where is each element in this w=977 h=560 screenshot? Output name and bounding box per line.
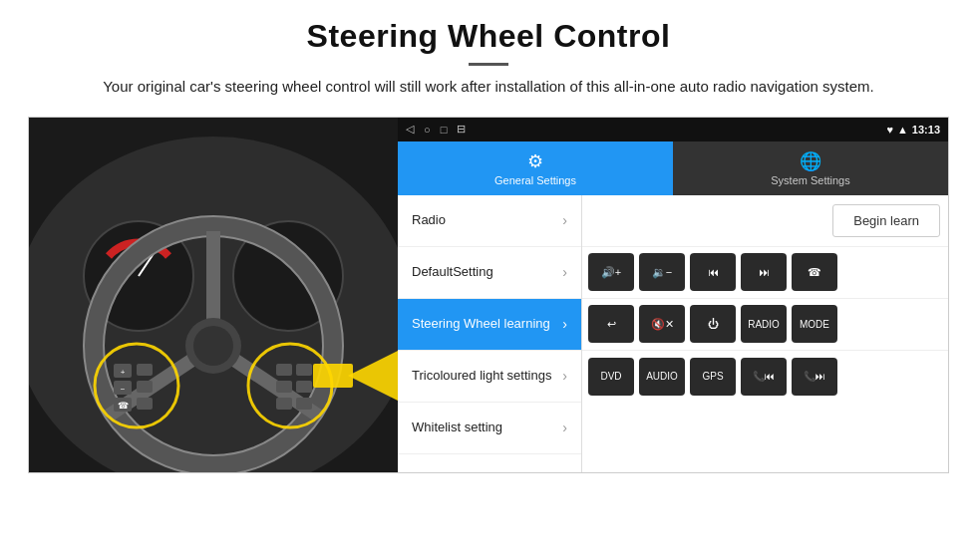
controls-panel: Begin learn 🔊+ 🔉− ⏮ ⏭ xyxy=(582,195,948,472)
svg-rect-26 xyxy=(296,364,312,376)
power-button[interactable]: ⏻ xyxy=(690,305,736,343)
svg-rect-27 xyxy=(296,381,312,393)
vol-up-icon: 🔊+ xyxy=(601,266,621,279)
svg-rect-23 xyxy=(276,364,292,376)
clock: 13:13 xyxy=(912,124,940,136)
menu-list: Radio › DefaultSetting › Steering Wheel … xyxy=(398,195,582,472)
hangup-icon: ↩ xyxy=(607,318,616,331)
menu-item-radio-label: Radio xyxy=(412,212,562,228)
content-area: + − ☎ ◁ xyxy=(28,117,949,473)
mute-icon: 🔇✕ xyxy=(651,318,674,331)
phone-icon: ☎ xyxy=(808,266,821,279)
status-bar-right: ♥ ▲ 13:13 xyxy=(886,124,940,136)
menu-item-default-label: DefaultSetting xyxy=(412,264,562,280)
chevron-icon: › xyxy=(562,264,567,280)
system-settings-icon: 🌐 xyxy=(800,150,821,172)
tab-system-label: System Settings xyxy=(771,174,849,186)
svg-rect-28 xyxy=(296,398,312,410)
steering-wheel-image: + − ☎ xyxy=(29,118,398,472)
tab-bar: ⚙ General Settings 🌐 System Settings xyxy=(398,141,948,195)
gps-button[interactable]: GPS xyxy=(690,358,736,396)
menu-item-tricoloured-label: Tricoloured light settings xyxy=(412,368,562,384)
status-bar: ◁ ○ □ ⊟ ♥ ▲ 13:13 xyxy=(398,118,948,141)
phone-button[interactable]: ☎ xyxy=(792,253,837,291)
begin-learn-button[interactable]: Begin learn xyxy=(832,204,940,237)
tel-next-icon: 📞⏭ xyxy=(804,371,825,382)
signal-icon: ▲ xyxy=(897,124,908,136)
svg-text:−: − xyxy=(121,385,126,394)
tab-general-settings[interactable]: ⚙ General Settings xyxy=(398,141,673,195)
screenshot-icon[interactable]: ⊟ xyxy=(457,123,466,136)
menu-item-steering[interactable]: Steering Wheel learning › xyxy=(398,299,581,351)
mode-button[interactable]: MODE xyxy=(792,305,837,343)
ctrl-row-2: ↩ 🔇✕ ⏻ RADIO MODE xyxy=(582,299,948,351)
menu-item-steering-label: Steering Wheel learning xyxy=(412,316,562,332)
mute-button[interactable]: 🔇✕ xyxy=(639,305,685,343)
ctrl-row-1: 🔊+ 🔉− ⏮ ⏭ ☎ xyxy=(582,247,948,299)
vol-down-icon: 🔉− xyxy=(652,266,672,279)
menu-item-whitelist[interactable]: Whitelist setting › xyxy=(398,403,581,454)
page-subtitle: Your original car's steering wheel contr… xyxy=(80,76,897,99)
ctrl-row-top: Begin learn xyxy=(582,195,948,247)
tab-general-label: General Settings xyxy=(494,174,576,186)
tel-next-button[interactable]: 📞⏭ xyxy=(792,358,837,396)
chevron-icon: › xyxy=(562,368,567,384)
svg-text:+: + xyxy=(121,368,126,377)
audio-button[interactable]: AUDIO xyxy=(639,358,685,396)
menu-item-default[interactable]: DefaultSetting › xyxy=(398,247,581,299)
page-title: Steering Wheel Control xyxy=(40,18,937,55)
tablet-ui: ◁ ○ □ ⊟ ♥ ▲ 13:13 ⚙ General Settings 🌐 S… xyxy=(398,118,948,472)
back-icon[interactable]: ◁ xyxy=(406,123,414,136)
svg-rect-20 xyxy=(137,381,153,393)
chevron-icon: › xyxy=(562,316,567,332)
vol-up-button[interactable]: 🔊+ xyxy=(588,253,634,291)
wifi-icon: ♥ xyxy=(886,124,893,136)
dvd-button[interactable]: DVD xyxy=(588,358,634,396)
nav-icons: ◁ ○ □ ⊟ xyxy=(406,123,466,136)
svg-point-11 xyxy=(193,326,233,366)
svg-rect-24 xyxy=(276,381,292,393)
next-button[interactable]: ⏭ xyxy=(741,253,787,291)
main-area: Radio › DefaultSetting › Steering Wheel … xyxy=(398,195,948,472)
title-divider xyxy=(469,63,508,66)
chevron-icon: › xyxy=(562,420,567,435)
chevron-icon: › xyxy=(562,212,567,228)
prev-icon: ⏮ xyxy=(708,266,719,278)
recents-icon[interactable]: □ xyxy=(441,124,448,136)
svg-text:☎: ☎ xyxy=(118,401,129,411)
page-header: Steering Wheel Control Your original car… xyxy=(0,0,977,107)
tel-prev-icon: 📞⏮ xyxy=(753,371,775,382)
power-icon: ⏻ xyxy=(708,318,719,330)
menu-item-tricoloured[interactable]: Tricoloured light settings › xyxy=(398,351,581,403)
prev-button[interactable]: ⏮ xyxy=(690,253,736,291)
svg-rect-21 xyxy=(137,398,153,410)
next-icon: ⏭ xyxy=(759,266,770,278)
vol-down-button[interactable]: 🔉− xyxy=(639,253,685,291)
home-icon[interactable]: ○ xyxy=(424,124,431,136)
radio-button[interactable]: RADIO xyxy=(741,305,787,343)
menu-item-radio[interactable]: Radio › xyxy=(398,195,581,247)
tab-system-settings[interactable]: 🌐 System Settings xyxy=(673,141,948,195)
general-settings-icon: ⚙ xyxy=(527,150,543,172)
tel-prev-button[interactable]: 📞⏮ xyxy=(741,358,787,396)
svg-rect-30 xyxy=(313,364,353,388)
menu-item-whitelist-label: Whitelist setting xyxy=(412,420,562,435)
svg-rect-19 xyxy=(137,364,153,376)
svg-rect-25 xyxy=(276,398,292,410)
ctrl-row-3: DVD AUDIO GPS 📞⏮ 📞⏭ xyxy=(582,351,948,403)
hangup-button[interactable]: ↩ xyxy=(588,305,634,343)
